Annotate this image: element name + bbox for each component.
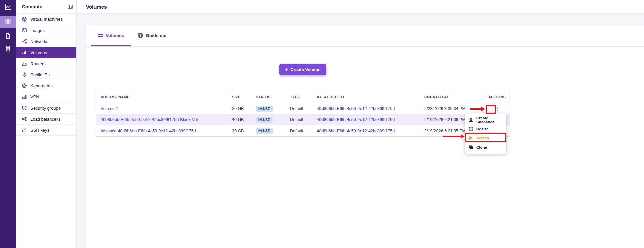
column-header-type: TYPE xyxy=(290,95,317,99)
menu-item-resize[interactable]: Resize xyxy=(465,124,506,133)
status-cell: IN-USE xyxy=(256,128,290,134)
table-header-row: VOLUME NAME SIZE STATUS TYPE ATTACHED TO… xyxy=(96,91,510,103)
sidebar-item-virtual-machines[interactable]: Virtual machines xyxy=(16,14,76,25)
column-header-size: SIZE xyxy=(232,95,256,99)
rail-compute-button[interactable] xyxy=(0,16,16,28)
volumes-table: VOLUME NAME SIZE STATUS TYPE ATTACHED TO… xyxy=(96,91,510,137)
sidebar-item-label: Kubernetes xyxy=(30,83,53,88)
menu-item-label: Create Snapshot xyxy=(476,116,506,124)
tab-volumes[interactable]: Volumes xyxy=(91,25,131,46)
sidebar-item-label: Public IPs xyxy=(30,72,50,77)
volumes-icon xyxy=(22,50,27,55)
tab-guide-me[interactable]: ? Guide me xyxy=(131,25,173,46)
volumes-tab-icon xyxy=(98,33,103,38)
sidebar-item-label: SSH keys xyxy=(30,128,49,133)
sidebar-item-label: Routers xyxy=(30,61,46,66)
load-balancers-icon xyxy=(22,116,27,122)
page-title: Volumes xyxy=(86,4,107,10)
volume-name-cell: 40d8b6bb-E6fb-4c50-9e12-42bc899f175d-Bla… xyxy=(96,117,232,122)
status-badge: IN-USE xyxy=(256,106,273,112)
sidebar-item-label: Load balancers xyxy=(30,117,60,122)
sidebar: Compute Virtual machines Images Networks… xyxy=(16,0,77,248)
sidebar-item-label: VPN xyxy=(30,94,39,99)
content-background: Volumes ? Guide me + Create Volume xyxy=(77,14,644,248)
volume-name-link[interactable]: Volume-1 xyxy=(101,106,118,111)
menu-item-label: Clone xyxy=(476,145,487,149)
line-chart-icon xyxy=(4,3,12,12)
menu-item-create-snapshot[interactable]: Create Snapshot xyxy=(465,115,506,124)
volume-name-link[interactable]: Instance-40d8b6bb-E6fb-4c50-9e12-42bc899… xyxy=(101,129,196,133)
topbar: Volumes xyxy=(77,0,644,14)
column-header-created-at: CREATED AT xyxy=(424,95,488,99)
attached-to-link[interactable]: 40d8b6bb-E6fb-4c50-9e12-42bc899f175d xyxy=(317,117,395,122)
sidebar-item-ssh-keys[interactable]: SSH keys xyxy=(16,125,76,136)
security-groups-icon xyxy=(22,105,27,111)
attached-to-cell: 40d8b6bb-E6fb-4c50-9e12-42bc899f175d xyxy=(317,117,424,122)
created-at-cell: 2/23/2026 3:35:34 PM xyxy=(424,106,488,111)
volume-name-cell: Volume-1 xyxy=(96,106,232,111)
create-volume-button[interactable]: + Create Volume xyxy=(279,64,327,75)
status-badge: IN-USE xyxy=(256,128,273,134)
sidebar-item-volumes[interactable]: Volumes xyxy=(16,47,76,58)
menu-item-label: Resize xyxy=(476,127,488,131)
column-header-volume-name: VOLUME NAME xyxy=(96,95,232,99)
plus-icon: + xyxy=(285,67,288,72)
sidebar-item-networks[interactable]: Networks xyxy=(16,36,76,47)
icon-rail xyxy=(0,0,16,248)
content-card: Volumes ? Guide me + Create Volume xyxy=(86,25,644,248)
sidebar-item-images[interactable]: Images xyxy=(16,25,76,36)
main-content: Volumes Volumes ? Guide me xyxy=(77,0,644,248)
vpn-icon xyxy=(22,94,27,99)
detach-icon xyxy=(468,136,473,140)
compute-grid-icon xyxy=(5,18,11,26)
ssh-keys-icon xyxy=(22,127,27,133)
rail-billing-button[interactable] xyxy=(0,30,16,43)
invoice-icon xyxy=(5,33,11,41)
row-actions-menu-button[interactable]: ⋮ xyxy=(493,106,501,111)
volume-name-link[interactable]: 40d8b6bb-E6fb-4c50-9e12-42bc899f175d-Bla… xyxy=(101,117,198,122)
sidebar-item-vpn[interactable]: VPN xyxy=(16,91,76,102)
tab-label: Guide me xyxy=(146,33,166,38)
volumes-zone: + Create Volume VOLUME NAME SIZE STATUS … xyxy=(96,64,510,137)
status-cell: IN-USE xyxy=(256,117,290,123)
column-header-attached-to: ATTACHED TO xyxy=(317,95,424,99)
type-cell: Default xyxy=(290,106,317,111)
sidebar-item-label: Networks xyxy=(30,39,48,44)
networks-icon xyxy=(22,39,27,44)
column-header-actions: ACTIONS xyxy=(488,95,515,99)
table-row: 40d8b6bb-E6fb-4c50-9e12-42bc899f175d-Bla… xyxy=(96,114,510,125)
resize-icon xyxy=(468,127,473,131)
app-root: Compute Virtual machines Images Networks… xyxy=(0,0,644,248)
attached-to-cell: 40d8b6bb-E6fb-4c50-9e12-42bc899f175d xyxy=(317,129,424,133)
menu-item-detach[interactable]: Detach xyxy=(465,133,506,142)
sidebar-title: Compute xyxy=(22,4,42,9)
type-cell: Default xyxy=(290,117,317,122)
menu-item-clone[interactable]: Clone xyxy=(465,142,506,152)
sidebar-item-public-ips[interactable]: Public IPs xyxy=(16,69,76,80)
column-header-status: STATUS xyxy=(256,95,290,99)
table-row: Volume-1 20 GB IN-USE Default 40d8b6bb-E… xyxy=(96,103,510,114)
collapse-sidebar-icon[interactable] xyxy=(67,4,73,10)
tab-label: Volumes xyxy=(106,33,124,38)
routers-icon xyxy=(22,61,27,66)
create-volume-label: Create Volume xyxy=(290,67,320,72)
attached-to-link[interactable]: 40d8b6bb-E6fb-4c50-9e12-42bc899f175d xyxy=(317,129,395,133)
actions-menu: Create Snapshot Resize Detach Clone xyxy=(465,113,506,154)
volume-name-cell: Instance-40d8b6bb-E6fb-4c50-9e12-42bc899… xyxy=(96,129,232,133)
sidebar-item-load-balancers[interactable]: Load balancers xyxy=(16,114,76,125)
rail-activity-button[interactable] xyxy=(0,1,16,14)
rail-docs-button[interactable] xyxy=(0,43,16,56)
virtual-machines-icon xyxy=(22,16,27,22)
attached-to-link[interactable]: 40d8b6bb-E6fb-4c50-9e12-42bc899f175d xyxy=(317,106,395,111)
tab-bar: Volumes ? Guide me xyxy=(86,25,644,47)
sidebar-header: Compute xyxy=(16,0,76,14)
sidebar-item-routers[interactable]: Routers xyxy=(16,58,76,69)
menu-item-label: Detach xyxy=(476,136,489,140)
attached-to-cell: 40d8b6bb-E6fb-4c50-9e12-42bc899f175d xyxy=(317,106,424,111)
help-icon: ? xyxy=(138,33,143,38)
document-icon xyxy=(5,45,11,53)
sidebar-item-kubernetes[interactable]: Kubernetes xyxy=(16,80,76,91)
images-icon xyxy=(22,28,27,33)
sidebar-item-label: Security groups xyxy=(30,106,61,111)
sidebar-item-security-groups[interactable]: Security groups xyxy=(16,102,76,114)
